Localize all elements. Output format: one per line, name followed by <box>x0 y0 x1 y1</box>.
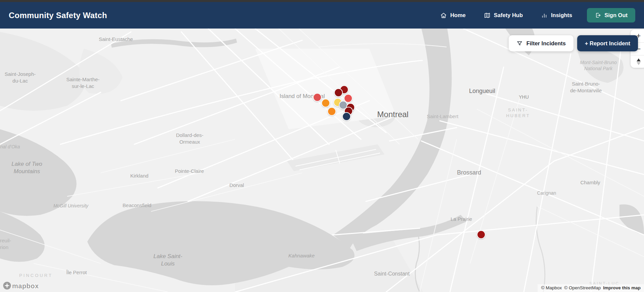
attribution-improve-link[interactable]: Improve this map <box>603 285 641 290</box>
filter-incidents-button[interactable]: Filter Incidents <box>509 35 573 51</box>
sign-out-icon <box>595 12 601 18</box>
attribution-osm-link[interactable]: © OpenStreetMap <box>564 285 601 290</box>
sign-out-button[interactable]: Sign Out <box>587 8 635 22</box>
filter-incidents-label: Filter Incidents <box>526 40 566 47</box>
report-incident-button[interactable]: + Report Incident <box>577 35 638 51</box>
home-icon <box>440 12 447 19</box>
nav-item-label: Safety Hub <box>494 12 523 18</box>
main-nav: HomeSafety HubInsights <box>440 12 572 19</box>
report-incident-label: + Report Incident <box>585 40 630 47</box>
incident-marker[interactable] <box>327 107 336 116</box>
map-icon <box>484 12 491 19</box>
nav-item-home[interactable]: Home <box>440 12 466 19</box>
svg-text:mapbox: mapbox <box>12 282 39 290</box>
incident-marker[interactable] <box>321 99 330 107</box>
page-title: Community Safety Watch <box>9 11 107 20</box>
chart-icon <box>541 12 548 19</box>
map-canvas[interactable]: Saint-EustacheSaint-Joseph- du-LacSainte… <box>0 29 644 292</box>
attribution-mapbox-link[interactable]: © Mapbox <box>541 285 562 290</box>
funnel-icon <box>516 40 523 47</box>
pitch-toggle-button[interactable] <box>631 55 644 68</box>
pitch-arrows-icon <box>637 58 641 65</box>
map-attribution: © Mapbox © OpenStreetMap Improve this ma… <box>538 284 644 292</box>
nav-item-safety-hub[interactable]: Safety Hub <box>484 12 523 19</box>
mapbox-logo[interactable]: mapbox <box>3 281 39 290</box>
incident-marker[interactable] <box>334 88 343 97</box>
incident-marker[interactable] <box>477 230 486 239</box>
sign-out-label: Sign Out <box>604 12 628 18</box>
nav-item-label: Home <box>450 12 466 18</box>
map-basemap <box>0 29 644 292</box>
app-header: Community Safety Watch HomeSafety HubIns… <box>0 2 644 29</box>
nav-item-insights[interactable]: Insights <box>541 12 572 19</box>
incident-marker[interactable] <box>313 93 322 102</box>
nav-item-label: Insights <box>551 12 572 18</box>
incident-marker[interactable] <box>342 112 351 121</box>
